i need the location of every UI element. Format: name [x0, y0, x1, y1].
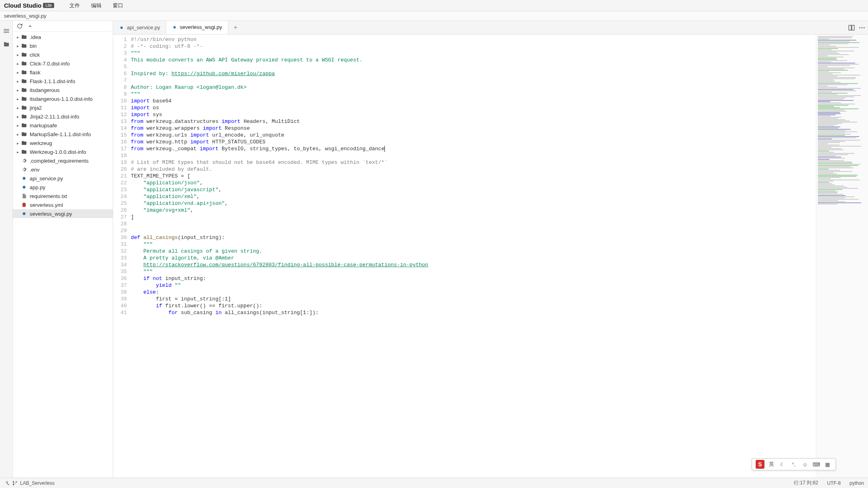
code-content[interactable]: "application/xml", [131, 193, 200, 200]
tree-item-api-service-py[interactable]: api_service.py [13, 174, 113, 183]
chevron-right-icon[interactable]: ▸ [15, 97, 20, 101]
tree-item-severless-wsgi-py[interactable]: severless_wsgi.py [13, 209, 113, 218]
code-line[interactable]: 3""" [113, 50, 816, 57]
code-content[interactable]: This module converts an AWS API Gateway … [131, 57, 362, 63]
code-line[interactable]: 13from werkzeug.datastructures import He… [113, 118, 816, 125]
code-content[interactable]: import sys [131, 111, 162, 118]
code-content[interactable]: from werkzeug.http import HTTP_STATUS_CO… [131, 139, 266, 145]
code-content[interactable]: import os [131, 104, 159, 111]
code-content[interactable]: A pretty algoritm, via @Amber [131, 255, 234, 261]
code-line[interactable]: 15from werkzeug.urls import url_encode, … [113, 132, 816, 139]
chevron-right-icon[interactable]: ▸ [15, 132, 20, 137]
more-icon[interactable] [858, 24, 866, 31]
chevron-right-icon[interactable]: ▸ [15, 61, 20, 66]
ime-grid-icon[interactable]: ▦ [823, 460, 832, 469]
chevron-right-icon[interactable]: ▸ [15, 70, 20, 75]
code-line[interactable]: 32 Permute all casings of a given string… [113, 248, 816, 255]
tree-item-jinja2[interactable]: ▸jinja2 [13, 103, 113, 112]
code-content[interactable]: yield "" [131, 282, 181, 289]
code-content[interactable]: # are included by default. [131, 166, 212, 173]
branch-icon[interactable] [12, 480, 18, 486]
ime-moon-icon[interactable]: ☾ [778, 460, 787, 469]
code-line[interactable]: 14from werkzeug.wrappers import Response [113, 125, 816, 132]
ime-lang-icon[interactable]: 英 [767, 460, 776, 469]
code-line[interactable]: 2# -*- coding: utf-8 -*- [113, 43, 816, 50]
tab-severless-wsgi-py[interactable]: severless_wsgi.py [166, 21, 228, 34]
code-line[interactable]: 18 [113, 152, 816, 159]
tree-item-serverless-yml[interactable]: serverless.yml [13, 200, 113, 209]
project-name[interactable]: LAB_Serverless [20, 480, 55, 486]
tree-item-werkzeug[interactable]: ▸werkzeug [13, 139, 113, 147]
code-content[interactable]: "application/javascript", [131, 186, 222, 193]
tree-item-MarkupSafe-1-1-1-dist-info[interactable]: ▸MarkupSafe-1.1.1.dist-info [13, 130, 113, 139]
tree-item-Flask-1-1-1-dist-info[interactable]: ▸Flask-1.1.1.dist-info [13, 77, 113, 86]
code-content[interactable]: from werkzeug.datastructures import Head… [131, 118, 300, 125]
code-line[interactable]: 25 "application/vnd.api+json", [113, 200, 816, 207]
code-line[interactable]: 16from werkzeug.http import HTTP_STATUS_… [113, 139, 816, 145]
collapse-icon[interactable] [26, 22, 34, 30]
minimap[interactable] [816, 35, 868, 478]
code-content[interactable]: """ [131, 91, 140, 98]
code-line[interactable]: 39 first = input_string[:1] [113, 296, 816, 302]
encoding-indicator[interactable]: UTF-8 [827, 480, 841, 486]
tree-item-requirements-txt[interactable]: requirements.txt [13, 192, 113, 200]
code-editor[interactable]: 1#!/usr/bin/env python2# -*- coding: utf… [113, 35, 816, 478]
chevron-right-icon[interactable]: ▸ [15, 141, 20, 145]
tree-item-Werkzeug-1-0-0-dist-info[interactable]: ▸Werkzeug-1.0.0.dist-info [13, 147, 113, 156]
code-line[interactable]: 27] [113, 214, 816, 221]
ime-sogou-icon[interactable]: S [756, 460, 764, 469]
code-line[interactable]: 7 [113, 77, 816, 84]
code-line[interactable]: 21TEXT_MIME_TYPES = [ [113, 173, 816, 180]
code-content[interactable]: #!/usr/bin/env python [131, 36, 197, 43]
code-line[interactable]: 4This module converts an AWS API Gateway… [113, 57, 816, 63]
tree-item-bin[interactable]: ▸bin [13, 41, 113, 50]
menu-toggle-icon[interactable] [2, 27, 11, 35]
code-line[interactable]: 10import base64 [113, 98, 816, 104]
menu-window[interactable]: 窗口 [113, 2, 123, 9]
code-content[interactable]: ] [131, 214, 134, 221]
code-line[interactable]: 41 for sub_casing in all_casings(input_s… [113, 309, 816, 316]
refresh-icon[interactable] [16, 22, 23, 30]
menu-file[interactable]: 文件 [69, 2, 80, 9]
code-content[interactable]: if not input_string: [131, 275, 206, 282]
tree-item-app-py[interactable]: app.py [13, 183, 113, 192]
code-line[interactable]: 30def all_casings(input_string): [113, 234, 816, 241]
code-line[interactable]: 34 http://stackoverflow.com/questions/67… [113, 261, 816, 268]
code-content[interactable]: "application/vnd.api+json", [131, 200, 228, 207]
code-line[interactable]: 38 else: [113, 289, 816, 296]
code-content[interactable]: "image/svg+xml", [131, 207, 193, 214]
tree-item-itsdangerous[interactable]: ▸itsdangerous [13, 86, 113, 94]
tab-api-service-py[interactable]: api_service.py [113, 21, 166, 34]
code-line[interactable]: 6Inspired by: https://github.com/miserlo… [113, 70, 816, 77]
code-line[interactable]: 20# are included by default. [113, 166, 816, 173]
code-content[interactable]: from werkzeug.wrappers import Response [131, 125, 250, 132]
code-line[interactable]: 36 if not input_string: [113, 275, 816, 282]
code-line[interactable]: 31 """ [113, 241, 816, 248]
code-content[interactable]: http://stackoverflow.com/questions/67928… [131, 261, 428, 268]
tree-item-Click-7-0-dist-info[interactable]: ▸Click-7.0.dist-info [13, 59, 113, 68]
cursor-position[interactable]: 行:17 列:82 [794, 480, 818, 486]
code-line[interactable]: 12import sys [113, 111, 816, 118]
code-line[interactable]: 9""" [113, 91, 816, 98]
tree-item-itsdangerous-1-1-0-dist-info[interactable]: ▸itsdangerous-1.1.0.dist-info [13, 94, 113, 103]
code-line[interactable]: 8Author: Logan Raarup <logan@logan.dk> [113, 84, 816, 91]
code-content[interactable]: first = input_string[:1] [131, 296, 231, 302]
chevron-right-icon[interactable]: ▸ [15, 35, 20, 39]
code-line[interactable]: 26 "image/svg+xml", [113, 207, 816, 214]
code-content[interactable]: Permute all casings of a given string. [131, 248, 262, 255]
code-content[interactable]: def all_casings(input_string): [131, 234, 225, 241]
tree-item--completed-requirements[interactable]: .completed_requirements [13, 156, 113, 165]
language-mode[interactable]: python [850, 480, 864, 486]
chevron-right-icon[interactable]: ▸ [15, 53, 20, 57]
code-line[interactable]: 28 [113, 221, 816, 227]
code-line[interactable]: 17from werkzeug._compat import BytesIO, … [113, 145, 816, 152]
code-line[interactable]: 22 "application/json", [113, 180, 816, 186]
tree-item--env[interactable]: .env [13, 165, 113, 174]
code-content[interactable]: """ [131, 268, 153, 275]
code-content[interactable]: Inspired by: https://github.com/miserlou… [131, 70, 275, 77]
tree-item--idea[interactable]: ▸.idea [13, 33, 113, 41]
chevron-right-icon[interactable]: ▸ [15, 106, 20, 110]
tree-item-markupsafe[interactable]: ▸markupsafe [13, 121, 113, 130]
ime-keyboard-icon[interactable]: ⌨ [812, 460, 821, 469]
menu-edit[interactable]: 编辑 [91, 2, 102, 9]
